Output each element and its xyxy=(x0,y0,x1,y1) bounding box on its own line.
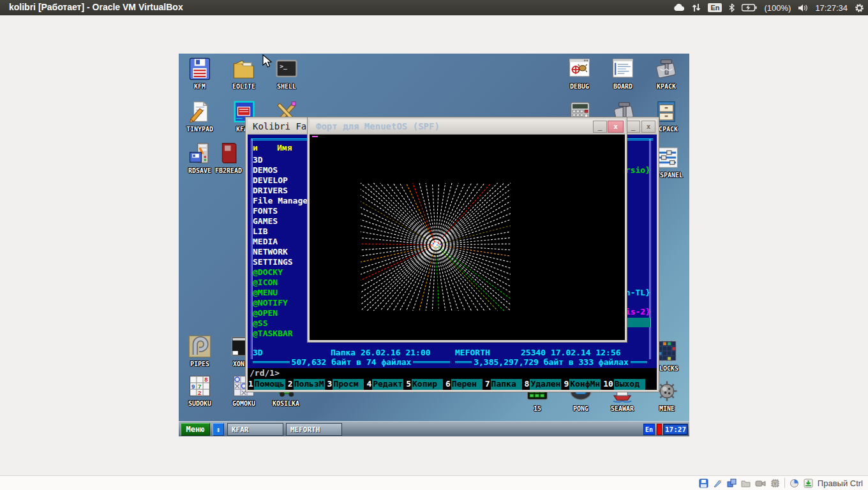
icon-label: SUDOKU xyxy=(179,400,220,407)
file-item-media[interactable]: MEDIA xyxy=(253,237,278,246)
fkey-8[interactable]: 8Удален xyxy=(524,379,562,390)
function-key-bar: 1Помощь2ПользМ3Просм 4Редакт5Копир 6Пере… xyxy=(248,379,657,390)
kpack-icon xyxy=(654,57,678,81)
svg-text:9: 9 xyxy=(191,383,195,390)
desktop-icon-tinypad[interactable]: TINYPAD xyxy=(179,100,220,133)
fkey-2[interactable]: 2ПользМ xyxy=(287,379,325,390)
desktop-icon-debug[interactable]: DEBUG xyxy=(559,57,600,90)
eolite-icon xyxy=(232,57,256,81)
vbox-statusbar: V Правый Ctrl xyxy=(0,475,868,490)
text-cursor xyxy=(312,136,318,137)
svg-text:7: 7 xyxy=(198,383,201,390)
menu-button[interactable]: Меню xyxy=(181,423,210,436)
starburst-demo xyxy=(310,135,625,340)
file-item-@notify[interactable]: @NOTIFY xyxy=(253,298,288,308)
cloud-icon[interactable] xyxy=(673,4,685,11)
network-status-icon[interactable] xyxy=(727,479,737,488)
shell-icon: >_ xyxy=(274,57,299,81)
forth-close-button[interactable]: x xyxy=(608,121,624,133)
icon-label: TINYPAD xyxy=(179,126,220,133)
forth-title: Форт для MenuetOS (SPF) xyxy=(316,121,440,131)
bluetooth-icon[interactable] xyxy=(729,3,735,12)
file-item-develop[interactable]: DEVELOP xyxy=(253,175,288,185)
taskbar-clock[interactable]: 17:27 xyxy=(663,424,688,435)
task-button-meforth[interactable]: MEFORTH xyxy=(286,423,342,436)
fkey-6[interactable]: 6Перен xyxy=(445,379,483,390)
desktop-icon-fb2read[interactable]: FB2READ xyxy=(208,141,249,174)
file-item-games[interactable]: GAMES xyxy=(253,216,278,226)
right-panel-item-meta: 25340 17.02.14 12:56 xyxy=(521,348,621,357)
fkey-1[interactable]: 1Помощь xyxy=(248,379,285,390)
file-item-@menu[interactable]: @MENU xyxy=(253,288,278,297)
forth-window[interactable]: Форт для MenuetOS (SPF) _ x xyxy=(308,117,627,342)
forth-titlebar[interactable]: Форт для MenuetOS (SPF) _ x xyxy=(310,119,625,135)
keyboard-layout-indicator[interactable]: En xyxy=(708,3,722,12)
forth-canvas xyxy=(310,135,625,340)
desktop-icon-pipes[interactable]: PIPES xyxy=(179,334,220,368)
vbox-window-title: kolibri [Работает] - Oracle VM VirtualBo… xyxy=(9,2,183,12)
cpu-indicator[interactable] xyxy=(657,424,662,435)
capture-status-icon[interactable] xyxy=(755,479,766,487)
fkey-5[interactable]: 5Копир xyxy=(405,379,443,390)
file-item-network[interactable]: NETWORK xyxy=(253,247,288,256)
minimize-all-button[interactable]: ↕ xyxy=(213,423,224,436)
file-item-3d[interactable]: 3D xyxy=(253,155,263,165)
icon-label: SHELL xyxy=(266,83,307,90)
fkey-9[interactable]: 9КонфМн xyxy=(563,379,601,390)
file-item-drivers[interactable]: DRIVERS xyxy=(253,186,288,195)
file-item-@docky[interactable]: @DOCKY xyxy=(253,267,283,277)
mouse-integration-icon[interactable] xyxy=(789,479,799,488)
kfar-close-button[interactable]: x xyxy=(641,121,655,133)
fkey-3[interactable]: 3Просм xyxy=(327,379,364,390)
system-tray: En (100%) 17:27:34 xyxy=(673,0,864,15)
desktop-icon-kfm[interactable]: KFM xyxy=(179,57,220,90)
keyboard-capture-icon[interactable] xyxy=(804,479,813,488)
gear-icon[interactable] xyxy=(855,3,864,13)
file-item-fonts[interactable]: FONTS xyxy=(253,206,278,216)
file-item-settings[interactable]: SETTINGS xyxy=(253,257,293,267)
file-item-lib[interactable]: LIB xyxy=(253,226,267,236)
folder-status-icon[interactable] xyxy=(741,479,751,488)
file-item-@open[interactable]: @OPEN xyxy=(253,308,278,318)
desktop-icon-eolite[interactable]: EOLITE xyxy=(223,57,264,90)
icon-label: MINE xyxy=(647,405,687,412)
syspanel-icon xyxy=(655,145,680,170)
icon-label: EOLITE xyxy=(223,83,264,90)
left-panel-item-meta: Папка 26.02.16 21:00 xyxy=(331,348,431,357)
desktop-icon-sudoku[interactable]: 8972SUDOKU xyxy=(179,374,220,407)
hdd-status-icon[interactable] xyxy=(699,479,708,488)
file-item-@ss[interactable]: @SS xyxy=(253,318,267,328)
fb2read-icon xyxy=(216,141,241,165)
fkey-4[interactable]: 4Редакт xyxy=(366,379,403,390)
file-item-demos[interactable]: DEMOS xyxy=(253,165,278,175)
tinypad-icon xyxy=(188,100,212,124)
optical-status-icon[interactable] xyxy=(713,479,722,488)
svg-text:8: 8 xyxy=(204,376,207,383)
clock-text[interactable]: 17:27:34 xyxy=(815,3,848,13)
svg-text:2: 2 xyxy=(198,389,201,396)
volume-icon[interactable] xyxy=(798,4,808,12)
file-item-@taskbar[interactable]: @TASKBAR xyxy=(253,329,293,338)
icon-label: KPACK xyxy=(646,83,687,90)
sort-indicator: и xyxy=(253,143,258,152)
file-item-@icon[interactable]: @ICON xyxy=(253,278,278,287)
forth-minimize-button[interactable]: _ xyxy=(593,121,607,133)
taskbar-layout-indicator[interactable]: En xyxy=(643,424,655,435)
kolibri-taskbar: Меню ↕ KFAR MEFORTH En 17:27 xyxy=(179,421,689,436)
board-icon xyxy=(611,57,635,81)
network-arrows-icon[interactable] xyxy=(692,3,701,12)
fkey-7[interactable]: 7Папка xyxy=(484,379,522,390)
task-button-kfar[interactable]: KFAR xyxy=(227,423,283,436)
features-status-icon[interactable]: V xyxy=(770,479,780,488)
right-panel-cursor[interactable] xyxy=(626,318,650,327)
fkey-10[interactable]: 10Выход xyxy=(602,379,645,390)
icon-label: PIPES xyxy=(179,360,220,368)
right-panel-current-item: MEFORTH xyxy=(455,348,490,357)
battery-icon[interactable] xyxy=(742,4,757,11)
kfar-minimize-button[interactable]: _ xyxy=(626,121,640,133)
command-line[interactable]: /rd/1> xyxy=(248,368,657,379)
icon-label: SEAWAR xyxy=(602,405,643,412)
desktop-icon-kpack[interactable]: KPACK xyxy=(646,57,687,90)
battery-percent: (100%) xyxy=(764,3,791,13)
desktop-icon-board[interactable]: BOARD xyxy=(602,57,643,90)
